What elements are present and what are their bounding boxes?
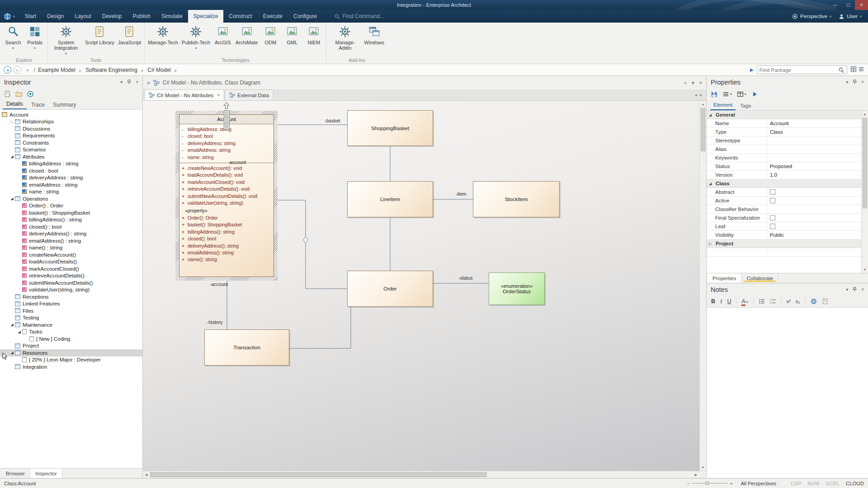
ribbon-button-search[interactable]: Search ▾	[2, 23, 24, 57]
close-button[interactable]: ×	[855, 0, 868, 10]
tree-item-closed-bool[interactable]: closed() : bool	[0, 223, 142, 230]
tree-item-linked-features[interactable]: Linked Features	[0, 300, 142, 308]
operation[interactable]: +emailAddress(): string	[182, 249, 273, 256]
diagram-class-stockitem[interactable]: StockItem	[473, 181, 560, 217]
ribbon-tab-simulate[interactable]: Simulate	[156, 10, 188, 23]
connector-label[interactable]: -account	[228, 160, 246, 165]
close-icon[interactable]: ×	[136, 80, 138, 84]
tree-item-tasks[interactable]: ◢Tasks	[0, 328, 142, 336]
ribbon-button-system-integration[interactable]: System Integration ▾	[49, 23, 83, 57]
dock-tab-browser[interactable]: Browser	[1, 469, 30, 478]
ribbon-button-publish-tech[interactable]: Publish-Tech ▾	[180, 23, 212, 57]
zoom-out-icon[interactable]: −	[687, 481, 690, 486]
ribbon-tab-configure[interactable]: Configure	[288, 10, 322, 23]
user-menu[interactable]: User▾	[839, 14, 862, 19]
tree-item-scenarios[interactable]: Scenarios	[0, 146, 142, 154]
scroll-thumb[interactable]	[701, 108, 705, 151]
scroll-down-icon[interactable]: ▼	[862, 266, 868, 273]
tree-item-emailaddress-string[interactable]: emailAddress() : string	[0, 237, 142, 244]
close-icon[interactable]: ×	[217, 93, 220, 98]
tree-item-submitnewaccountdetails[interactable]: submitNewAccountDetails()	[0, 279, 142, 286]
checkbox[interactable]	[770, 198, 775, 203]
tree-item-closed-bool[interactable]: closed : bool	[0, 167, 142, 174]
prop-row-final-specialization[interactable]: Final Specialization	[707, 214, 861, 222]
properties-scrollbar[interactable]: ▲ ▼	[861, 111, 868, 273]
attribute[interactable]: -closed: bool	[182, 133, 273, 140]
italic-button[interactable]: I	[720, 298, 722, 305]
connector-label[interactable]: -status	[458, 275, 473, 281]
tree-item-new-coding[interactable]: [ New ] Coding	[0, 335, 142, 343]
operation[interactable]: +name(): string	[182, 256, 273, 263]
prop-row-leaf[interactable]: Leaf	[707, 222, 861, 231]
pin-icon[interactable]	[127, 80, 132, 84]
tab-left-icon[interactable]: ◂	[695, 93, 697, 97]
operation[interactable]: +markAccountClosed(): void	[182, 179, 273, 186]
zoom-in-icon[interactable]: +	[730, 481, 732, 486]
tree-item-markaccountclosed[interactable]: markAccountClosed()	[0, 265, 142, 272]
tree-item-resources[interactable]: ◢Resources	[0, 349, 142, 357]
tree-item-discussions[interactable]: Discussions	[0, 125, 142, 132]
tree-item-project[interactable]: Project	[0, 343, 142, 350]
folder-icon[interactable]	[15, 90, 23, 98]
prop-row-abstract[interactable]: Abstract	[707, 188, 861, 197]
operation[interactable]: +createNewAccount(): void	[182, 165, 273, 172]
connector-label[interactable]: -account	[210, 282, 228, 287]
tree-item-deliveryaddress-string[interactable]: deliveryAddress : string	[0, 174, 142, 182]
prop-row-active[interactable]: Active	[707, 197, 861, 205]
find-package-input[interactable]	[760, 67, 838, 73]
attribute[interactable]: -emailAddress: string	[182, 147, 273, 154]
back-button[interactable]: ◂	[4, 66, 11, 74]
ribbon-button-javascript[interactable]: JavaScript	[116, 23, 143, 57]
horizontal-scrollbar[interactable]: ◀ ▶	[143, 471, 706, 478]
ribbon-button-odm[interactable]: ODM	[259, 23, 281, 57]
notes-editor[interactable]	[707, 307, 868, 478]
connector-label[interactable]: -history	[207, 319, 222, 325]
tree-item-validateuser-string-string[interactable]: validateUser(string, string)	[0, 286, 142, 294]
tab-right-icon[interactable]: ▸	[700, 93, 702, 97]
attribute[interactable]: -deliveryAddress: string	[182, 140, 273, 147]
maximize-button[interactable]: □	[842, 0, 855, 10]
attribute[interactable]: -name: string	[182, 154, 273, 161]
tree-item-createnewaccount[interactable]: createNewAccount()	[0, 251, 142, 258]
operation[interactable]: +loadAccountDetails(): void	[182, 172, 273, 178]
underline-button[interactable]: U	[727, 298, 731, 305]
checkbox[interactable]	[770, 189, 775, 195]
subscript-button[interactable]: x₂	[796, 299, 800, 304]
tree-item-integration[interactable]: Integration	[0, 363, 142, 371]
tree-item-deliveryaddress-string[interactable]: deliveryAddress() : string	[0, 230, 142, 238]
ribbon-button-archimate[interactable]: ArchiMate	[234, 23, 260, 57]
tree-item-relationships[interactable]: ▷Relationships	[0, 118, 142, 126]
zoom-thumb[interactable]	[706, 482, 709, 485]
tree-item-basket-shoppingbasket[interactable]: basket() : ShoppingBasket	[0, 209, 142, 216]
connector-label[interactable]: -basket	[325, 118, 340, 123]
app-menu-button[interactable]: ▾	[0, 10, 19, 23]
pin-icon[interactable]	[852, 80, 857, 84]
pin-icon[interactable]	[852, 287, 857, 292]
tree-item-billingaddress-string[interactable]: billingAddress : string	[0, 160, 142, 168]
diagram-class-shoppingbasket[interactable]: ShoppingBasket	[347, 110, 433, 146]
prop-row-keywords[interactable]: Keywords	[707, 154, 861, 162]
prop-row-status[interactable]: StatusProposed	[707, 162, 861, 171]
chevron-down-icon[interactable]: ▾	[846, 80, 848, 84]
prop-row-type[interactable]: TypeClass	[707, 128, 861, 136]
tree-item-account[interactable]: Account	[0, 111, 142, 118]
diagram-class-transaction[interactable]: Transaction	[204, 329, 289, 366]
superscript-button[interactable]: x²	[787, 299, 791, 304]
dock-tab-properties[interactable]: Properties	[708, 273, 741, 283]
diagram-class-order[interactable]: Order	[347, 271, 433, 307]
arrow-up-big-icon[interactable]	[223, 102, 230, 109]
dock-tab-inspector[interactable]: Inspector	[30, 469, 62, 478]
scroll-thumb[interactable]	[863, 118, 867, 208]
ribbon-tab-specialize[interactable]: Specialize	[188, 10, 224, 23]
ribbon-tab-design[interactable]: Design	[42, 10, 69, 23]
layout-button[interactable]: ▾	[737, 91, 746, 98]
prop-row-stereotype[interactable]: Stereotype	[707, 136, 861, 145]
document-tab-c-model-no-attributes[interactable]: C# Model - No Attributes×	[144, 89, 224, 100]
operation[interactable]: +closed(): bool	[182, 235, 273, 242]
find-command-button[interactable]: Find Command...	[334, 10, 384, 23]
collapse-icon[interactable]: ◢	[16, 330, 22, 334]
find-package-box[interactable]	[757, 66, 847, 74]
prop-section-general[interactable]: ◢General	[707, 111, 861, 119]
tree-item-constraints[interactable]: Constraints	[0, 139, 142, 146]
ribbon-button-windows[interactable]: Windows	[362, 23, 386, 57]
